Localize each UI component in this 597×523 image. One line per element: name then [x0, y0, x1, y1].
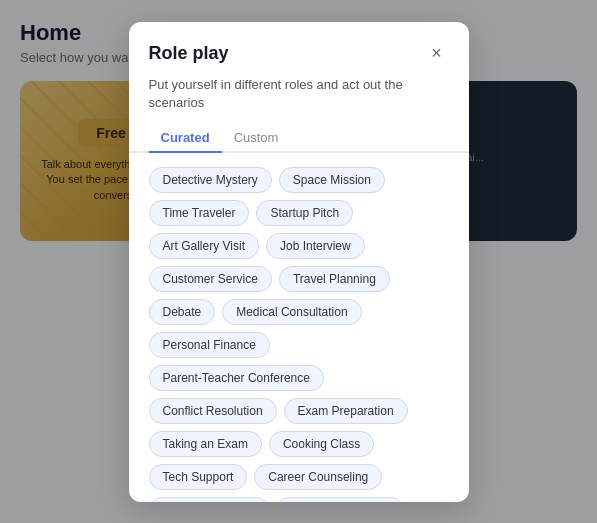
- role-play-tag[interactable]: Exam Preparation: [284, 398, 408, 424]
- role-play-tag[interactable]: Space Mission: [279, 167, 385, 193]
- role-play-tag[interactable]: Career Counseling: [254, 464, 382, 490]
- modal-overlay: Role play × Put yourself in different ro…: [0, 0, 597, 523]
- modal-close-button[interactable]: ×: [425, 42, 449, 66]
- role-play-tag[interactable]: Taking an Exam: [149, 431, 262, 457]
- role-play-tag[interactable]: Medical Consultation: [222, 299, 361, 325]
- modal-description: Put yourself in different roles and act …: [129, 76, 469, 124]
- role-play-tag[interactable]: Startup Pitch: [256, 200, 353, 226]
- role-play-tag[interactable]: Time Traveler: [149, 200, 250, 226]
- role-play-tag[interactable]: Personal Finance: [149, 332, 270, 358]
- tags-container: Detective MysterySpace MissionTime Trave…: [149, 167, 449, 502]
- role-play-tag[interactable]: Art Gallery Visit: [149, 233, 259, 259]
- modal-header: Role play ×: [129, 22, 469, 76]
- tab-curated[interactable]: Curated: [149, 124, 222, 153]
- modal-body: Detective MysterySpace MissionTime Trave…: [129, 167, 469, 502]
- role-play-tag[interactable]: Debate: [149, 299, 216, 325]
- modal-title: Role play: [149, 43, 229, 64]
- role-play-tag[interactable]: Legal Consultation: [276, 497, 403, 502]
- role-play-tag[interactable]: Fitness Coaching: [149, 497, 270, 502]
- role-play-tag[interactable]: Parent-Teacher Conference: [149, 365, 324, 391]
- role-play-tag[interactable]: Tech Support: [149, 464, 248, 490]
- tab-custom[interactable]: Custom: [222, 124, 291, 153]
- role-play-tag[interactable]: Job Interview: [266, 233, 365, 259]
- role-play-tag[interactable]: Customer Service: [149, 266, 272, 292]
- role-play-tag[interactable]: Travel Planning: [279, 266, 390, 292]
- role-play-modal: Role play × Put yourself in different ro…: [129, 22, 469, 502]
- role-play-tag[interactable]: Detective Mystery: [149, 167, 272, 193]
- role-play-tag[interactable]: Cooking Class: [269, 431, 374, 457]
- role-play-tag[interactable]: Conflict Resolution: [149, 398, 277, 424]
- modal-tabs: Curated Custom: [129, 124, 469, 153]
